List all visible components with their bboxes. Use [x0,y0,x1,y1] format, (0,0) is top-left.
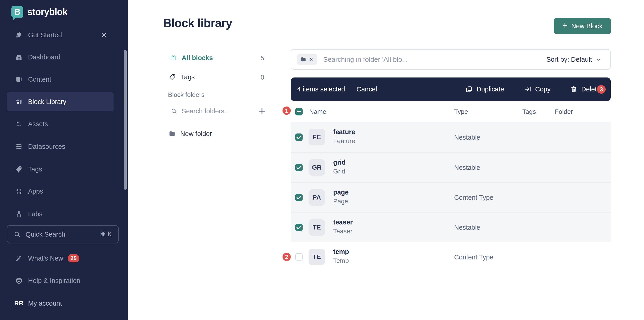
sidebar: B storyblok Get StartedDashboardContentB… [0,0,128,320]
sidebar-item-content[interactable]: Content [6,70,114,89]
search-icon [14,231,20,238]
remove-filter-icon[interactable] [309,57,314,62]
sidebar-item-label: Get Started [28,31,62,39]
block-type: Nestable [454,164,480,171]
content-icon [15,75,23,83]
block-display-name: Feature [333,137,355,145]
block-name: page [333,189,349,196]
block-initials-avatar: TE [308,219,325,236]
sidebar-item-label: Assets [28,120,48,128]
copy-button[interactable]: Copy [524,85,551,93]
subnav-tags[interactable]: Tags [169,72,195,83]
block-initials-avatar: PA [308,189,325,206]
block-brick-icon [170,54,177,62]
annotation-badge-2: 2 [282,253,291,261]
select-all-checkbox[interactable] [295,108,302,115]
sidebar-item-labs[interactable]: Labs [6,204,114,224]
sidebar-item-label: Apps [28,188,43,195]
search-input-placeholder: Searching in folder 'All blo... [323,56,408,63]
block-folders-heading: Block folders [168,91,204,98]
table-row-grid[interactable]: GRgridGridNestable [291,152,611,182]
sidebar-item-tags[interactable]: Tags [6,159,114,179]
row-checkbox[interactable] [295,253,302,261]
cancel-selection-button[interactable]: Cancel [356,77,377,101]
sidebar-item-label: Labs [28,210,42,218]
user-avatar: RR [15,299,23,307]
sidebar-item-label: Block Library [28,98,66,106]
sidebar-item-datasources[interactable]: Datasources [6,137,114,156]
copy-label: Copy [535,85,551,93]
copy-to-icon [524,86,531,93]
sidebar-scrollbar[interactable] [124,50,127,190]
page-title: Block library [163,17,232,30]
waving-hand-icon [15,31,23,39]
quick-search-label: Quick Search [26,231,65,238]
selection-toolbar: 4 items selected Cancel Duplicate Copy D… [291,77,611,101]
column-header-tags: Tags [522,108,536,115]
sidebar-item-apps[interactable]: Apps [6,182,114,201]
sidebar-item-label: What's New [28,255,63,262]
storyblok-logo-icon: B [12,6,23,18]
sidebar-item-help-inspiration[interactable]: Help & Inspiration [6,271,114,290]
delete-button[interactable]: Delete [570,85,600,93]
sort-dropdown[interactable]: Sort by: Default [546,56,602,63]
close-icon[interactable] [101,32,108,38]
folder-search-input[interactable]: Search folders... [171,106,230,117]
block-display-name: Grid [333,168,345,175]
subnav-all-blocks[interactable]: All blocks [170,52,213,63]
folder-filter-chip[interactable] [297,54,317,65]
folder-icon [300,56,306,63]
sidebar-item-get-started[interactable]: Get Started [6,25,114,45]
sidebar-item-block-library[interactable]: Block Library [6,92,114,111]
chevron-down-icon [596,56,602,62]
block-display-name: Temp [333,257,349,264]
selected-count-text: 4 items selected [297,77,345,101]
block-initials-avatar: TE [308,249,325,265]
row-checkbox[interactable] [295,194,302,201]
magic-wand-icon [15,254,23,262]
table-row-feature[interactable]: FEfeatureFeatureNestable [291,122,611,152]
add-folder-button[interactable] [258,106,266,116]
folder-search-placeholder: Search folders... [182,107,230,115]
duplicate-icon [466,86,472,93]
row-checkbox[interactable] [295,164,302,171]
sidebar-item-assets[interactable]: Assets [6,114,114,133]
new-block-label: New Block [571,22,602,30]
sidebar-item-label: Tags [28,166,42,173]
table-row-temp[interactable]: TEtempTempContent Type [291,242,611,272]
tags-label: Tags [181,73,195,81]
sidebar-item-my-account[interactable]: RRMy account [6,294,114,313]
all-blocks-label: All blocks [182,54,213,62]
block-type: Content Type [454,253,494,261]
sidebar-item-label: Content [28,76,51,83]
duplicate-button[interactable]: Duplicate [466,85,504,93]
block-name: grid [333,159,346,166]
quick-search-button[interactable]: Quick Search ⌘ K [7,225,119,243]
sidebar-item-dashboard[interactable]: Dashboard [6,48,114,67]
row-checkbox[interactable] [295,133,302,141]
block-name: feature [333,128,355,136]
all-blocks-count: 5 [250,54,264,62]
tag-icon [169,73,176,81]
table-row-teaser[interactable]: TEteaserTeaserNestable [291,212,611,242]
tag-filled-icon [15,165,23,173]
block-search-bar[interactable]: Searching in folder 'All blo... Sort by:… [291,49,611,70]
block-type: Nestable [454,133,480,141]
table-row-page[interactable]: PApagePageContent Type [291,182,611,212]
row-checkbox[interactable] [295,224,302,231]
subnav-new-folder[interactable]: New folder [168,128,212,139]
folder-icon [168,130,176,137]
new-block-button[interactable]: + New Block [554,18,611,34]
dashboard-icon [15,53,23,61]
block-initials-avatar: FE [308,129,325,145]
lifebuoy-icon [15,277,23,285]
new-folder-label: New folder [180,130,212,138]
sidebar-item-what-s-new[interactable]: What's New25 [6,249,114,268]
sort-label: Sort by: Default [546,56,592,63]
storyblok-logo-text: storyblok [28,7,68,17]
block-display-name: Page [333,198,348,205]
sidebar-item-label: Dashboard [28,54,60,61]
storyblok-logo[interactable]: B storyblok [12,6,68,18]
assets-icon [15,120,23,128]
annotation-badge-1: 1 [282,106,291,115]
